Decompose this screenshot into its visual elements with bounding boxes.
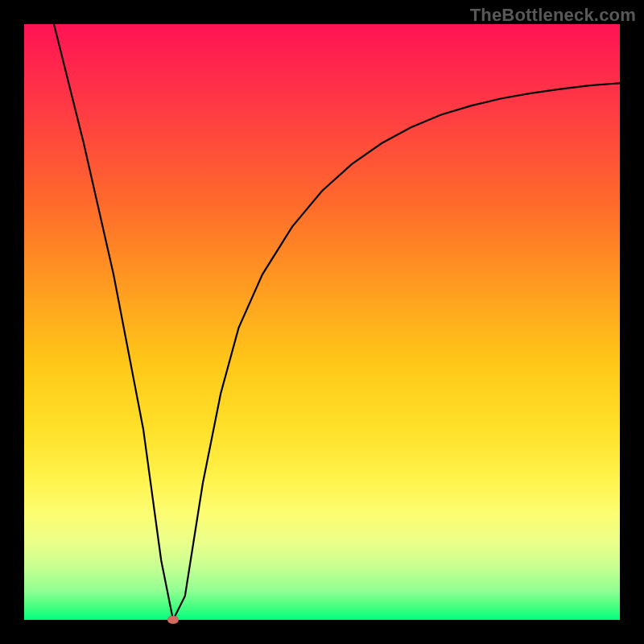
plot-area [24, 24, 620, 620]
curve-svg [24, 24, 620, 620]
watermark-text: TheBottleneck.com [470, 5, 636, 26]
chart-stage: TheBottleneck.com [0, 0, 644, 644]
marker-dot [167, 616, 179, 624]
bottleneck-curve [54, 24, 620, 620]
